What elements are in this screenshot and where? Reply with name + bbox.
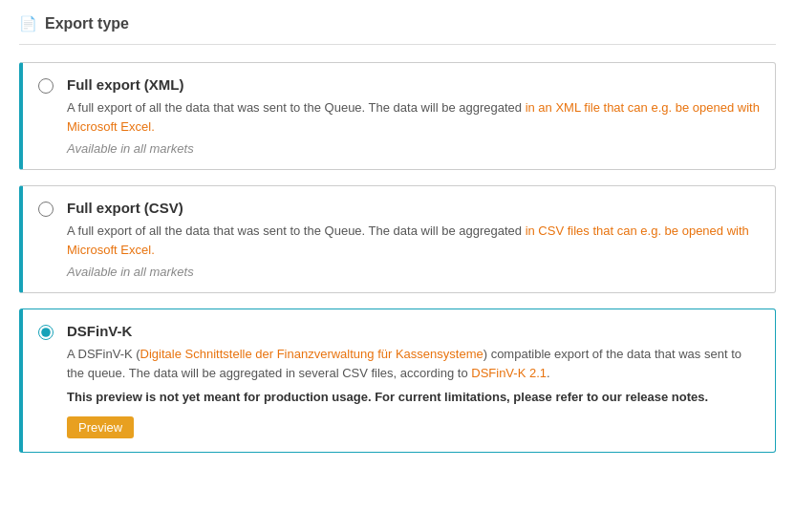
option-content-csv: Full export (CSV) A full export of all t…	[67, 200, 760, 279]
desc-after-dsfinvk: .	[547, 366, 550, 380]
page-container: 📄 Export type Full export (XML) A full e…	[0, 0, 795, 487]
option-availability-xml: Available in all markets	[67, 141, 760, 156]
desc-link2-dsfinvk: DSFinV-K 2.1	[471, 366, 547, 380]
option-title-xml: Full export (XML)	[67, 76, 760, 93]
option-description-dsfinvk: A DSFinV-K (Digitale Schnittstelle der F…	[67, 345, 760, 382]
desc-before-dsfinvk: A DSFinV-K (	[67, 347, 140, 361]
radio-csv[interactable]	[38, 202, 54, 217]
option-title-dsfinvk: DSFinV-K	[67, 323, 760, 339]
section-header: 📄 Export type	[19, 15, 776, 45]
option-description-xml: A full export of all the data that was s…	[67, 98, 760, 136]
radio-dsfinvk[interactable]	[38, 325, 54, 340]
option-card-csv: Full export (CSV) A full export of all t…	[19, 185, 776, 293]
warning-text-dsfinvk: This preview is not yet meant for produc…	[67, 388, 760, 407]
option-card-xml: Full export (XML) A full export of all t…	[19, 62, 776, 170]
option-description-csv: A full export of all the data that was s…	[67, 222, 760, 259]
option-title-csv: Full export (CSV)	[67, 200, 760, 216]
desc-before-csv: A full export of all the data that was s…	[67, 223, 526, 238]
document-icon: 📄	[19, 15, 37, 32]
desc-before-xml: A full export of all the data that was s…	[67, 100, 526, 115]
section-title: Export type	[45, 15, 129, 32]
radio-xml[interactable]	[38, 78, 54, 94]
radio-col-csv[interactable]	[38, 202, 54, 220]
radio-col-xml[interactable]	[38, 78, 54, 96]
option-content-xml: Full export (XML) A full export of all t…	[67, 76, 760, 156]
option-card-dsfinvk: DSFinV-K A DSFinV-K (Digitale Schnittste…	[19, 309, 776, 453]
radio-col-dsfinvk[interactable]	[38, 325, 54, 343]
desc-link1-dsfinvk: Digitale Schnittstelle der Finanzverwalt…	[140, 347, 483, 361]
option-availability-csv: Available in all markets	[67, 265, 760, 279]
option-content-dsfinvk: DSFinV-K A DSFinV-K (Digitale Schnittste…	[67, 323, 760, 438]
preview-button[interactable]: Preview	[67, 416, 134, 438]
